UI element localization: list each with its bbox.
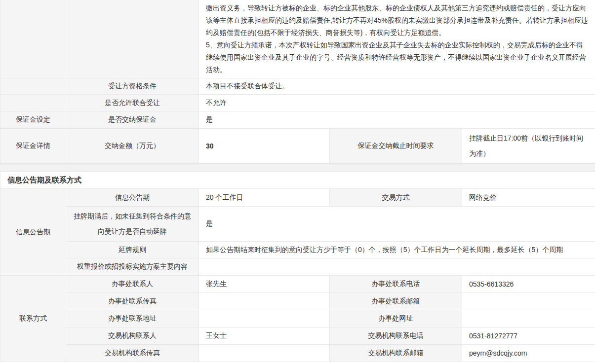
contact-group-label: 联系方式 [0, 276, 66, 362]
deposit-amount-value: 30 [199, 129, 330, 164]
agency-fax-value [199, 345, 330, 362]
weight-bid-row: 权重报价或招投标实施方案主要内容 [0, 258, 595, 276]
office-address-value [199, 310, 330, 328]
office-contact-value: 张先生 [199, 276, 330, 293]
contact-row: 交易机构联系人 王女士 交易机构联系电话 0531-81272777 [0, 328, 595, 345]
announcement-table: 信息公告期 信息公告期 20 个工作日 交易方式 网络竞价 挂牌期满后，如未征集… [0, 188, 595, 362]
empty-group-cell [0, 78, 66, 95]
office-phone-label: 办事处联系电话 [330, 276, 462, 293]
agency-phone-value: 0531-81272777 [462, 328, 595, 345]
agency-email-value: peym@sdcqjy.com [462, 345, 595, 362]
extend-rule-label: 延牌规则 [66, 242, 199, 258]
page-viewport: 缴出资义务，导致转让方被标的企业、标的企业其他股东、标的企业债权人及其他第三方追… [0, 0, 595, 364]
agency-email-label: 交易机构联系邮箱 [330, 345, 462, 362]
deposit-detail-row: 保证金详情 交纳金额（万元） 30 保证金交纳截止时间要求 挂牌截止日17:00… [0, 129, 595, 164]
bottom-gap [0, 362, 595, 364]
weight-bid-label: 权重报价或招投标实施方案主要内容 [66, 258, 199, 276]
extend-rule-row: 延牌规则 如果公告期结束时征集到的意向受让方少于等于（0）个，按照（5）个工作日… [0, 242, 595, 258]
office-fax-label: 办事处联系传真 [66, 293, 199, 310]
office-address-label: 办事处联系地址 [66, 310, 199, 328]
contact-row: 办事处联系地址 办事处网址 [0, 310, 595, 328]
transfer-conditions-text-cell: 缴出资义务，导致转让方被标的企业、标的企业其他股东、标的企业债权人及其他第三方追… [199, 0, 595, 78]
auto-extend-value: 是 [199, 207, 595, 242]
qualification-value: 本项目不接受联合体受让。 [199, 78, 595, 95]
deposit-required-value: 是 [199, 111, 595, 129]
qualification-row: 受让方资格条件 本项目不接受联合体受让。 [0, 78, 595, 95]
transfer-table: 缴出资义务，导致转让方被标的企业、标的企业其他股东、标的企业债权人及其他第三方追… [0, 0, 595, 164]
office-fax-value [199, 293, 330, 310]
agency-contact-label: 交易机构联系人 [66, 328, 199, 345]
transfer-conditions-row: 缴出资义务，导致转让方被标的企业、标的企业其他股东、标的企业债权人及其他第三方追… [0, 0, 595, 78]
empty-label-cell [66, 0, 199, 78]
deposit-required-label: 是否交纳保证金 [66, 111, 199, 129]
auto-extend-row: 挂牌期满后，如未征集到符合条件的意向受让方是否自动延牌 是 [0, 207, 595, 242]
deposit-deadline-value: 挂牌截止日17:00前（以银行到账时间为准） [462, 129, 595, 164]
announcement-section-title: 信息公告期及联系方式 [0, 172, 595, 188]
period-value: 20 个工作日 [199, 189, 330, 207]
contact-row: 办事处联系传真 办事处联系邮箱 [0, 293, 595, 310]
office-email-value [462, 293, 595, 310]
deposit-deadline-label: 保证金交纳截止时间要求 [330, 129, 462, 164]
deposit-setting-row: 保证金设定 是否交纳保证金 是 [0, 111, 595, 129]
section-gap [0, 164, 595, 172]
conditions-paragraph-1: 缴出资义务，导致转让方被标的企业、标的企业其他股东、标的企业债权人及其他第三方追… [206, 2, 589, 39]
qualification-label: 受让方资格条件 [66, 78, 199, 95]
office-website-value [462, 310, 595, 328]
joint-transfer-label: 是否允许联合受让 [66, 95, 199, 111]
contact-row: 联系方式 办事处联系人 张先生 办事处联系电话 0535-6613326 [0, 276, 595, 293]
office-phone-value: 0535-6613326 [462, 276, 595, 293]
trade-mode-value: 网络竞价 [462, 189, 595, 207]
auto-extend-label: 挂牌期满后，如未征集到符合条件的意向受让方是否自动延牌 [66, 207, 199, 242]
announcement-group-label: 信息公告期 [0, 189, 66, 276]
deposit-setting-group-label: 保证金设定 [0, 111, 66, 129]
agency-contact-value: 王女士 [199, 328, 330, 345]
office-website-label: 办事处网址 [330, 310, 462, 328]
office-contact-label: 办事处联系人 [66, 276, 199, 293]
joint-transfer-row: 是否允许联合受让 不允许 [0, 95, 595, 111]
weight-bid-value [199, 258, 595, 276]
contact-row: 交易机构联系传真 交易机构联系邮箱 peym@sdcqjy.com [0, 345, 595, 362]
conditions-paragraph-2: 5、意向受让方须承诺，本次产权转让如导致国家出资企业及其子企业失去标的企业实际控… [206, 39, 589, 76]
deposit-detail-group-label: 保证金详情 [0, 129, 66, 164]
joint-transfer-value: 不允许 [199, 95, 595, 111]
agency-phone-label: 交易机构联系电话 [330, 328, 462, 345]
empty-group-cell [0, 0, 66, 78]
deposit-amount-label: 交纳金额（万元） [66, 129, 199, 164]
announcement-section: 信息公告期及联系方式 信息公告期 信息公告期 20 个工作日 交易方式 网络竞价… [0, 172, 595, 362]
period-row: 信息公告期 信息公告期 20 个工作日 交易方式 网络竞价 [0, 189, 595, 207]
period-label: 信息公告期 [66, 189, 199, 207]
empty-group-cell [0, 95, 66, 111]
agency-fax-label: 交易机构联系传真 [66, 345, 199, 362]
trade-mode-label: 交易方式 [330, 189, 462, 207]
extend-rule-value: 如果公告期结束时征集到的意向受让方少于等于（0）个，按照（5）个工作日为一个延长… [199, 242, 595, 258]
office-email-label: 办事处联系邮箱 [330, 293, 462, 310]
